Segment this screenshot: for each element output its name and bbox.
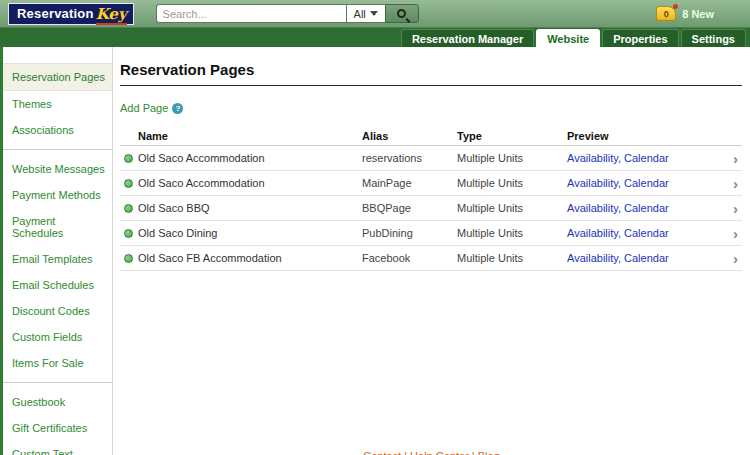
sidebar-item-themes[interactable]: Themes — [3, 91, 112, 117]
active-status-icon — [124, 154, 133, 163]
sidebar-item-guestbook[interactable]: Guestbook — [3, 389, 112, 415]
add-page-link[interactable]: Add Page — [120, 102, 168, 114]
main-panel: Reservation Pages Add Page ? Name Alias … — [113, 47, 750, 455]
table-row[interactable]: Old Saco Accommodation MainPage Multiple… — [120, 171, 742, 196]
logo-text-reservation: Reservation — [17, 6, 94, 21]
footer-links[interactable]: Contact | Help Center | Blog — [363, 450, 500, 455]
column-header-preview: Preview — [567, 130, 720, 142]
chevron-right-icon[interactable]: › — [720, 226, 742, 241]
table-row[interactable]: Old Saco Dining PubDining Multiple Units… — [120, 221, 742, 246]
page-alias: Facebook — [362, 252, 457, 264]
page-alias: PubDining — [362, 227, 457, 239]
sidebar-item-custom-text[interactable]: Custom Text — [3, 441, 112, 455]
page-name: Old Saco Dining — [138, 227, 362, 239]
preview-links[interactable]: Availability, Calendar — [567, 227, 720, 239]
preview-links[interactable]: Availability, Calendar — [567, 202, 720, 214]
content-area: Reservation Pages Themes Associations We… — [0, 47, 750, 455]
search-group: All — [156, 4, 419, 23]
active-status-icon — [124, 254, 133, 263]
main-tab-bar: Reservation Manager Website Properties S… — [0, 28, 750, 47]
title-divider — [120, 85, 742, 86]
table-header-row: Name Alias Type Preview — [120, 126, 742, 146]
active-status-icon — [124, 204, 133, 213]
chevron-right-icon[interactable]: › — [720, 201, 742, 216]
status-dot-cell — [120, 229, 138, 238]
page-type: Multiple Units — [457, 152, 567, 164]
chevron-right-icon[interactable]: › — [720, 251, 742, 266]
logo-text-key: Key — [96, 5, 127, 25]
page-type: Multiple Units — [457, 202, 567, 214]
sidebar-item-custom-fields[interactable]: Custom Fields — [3, 324, 112, 350]
sidebar-item-website-messages[interactable]: Website Messages — [3, 156, 112, 182]
page-name: Old Saco BBQ — [138, 202, 362, 214]
page-type: Multiple Units — [457, 227, 567, 239]
column-header-name: Name — [138, 130, 362, 142]
sidebar-divider — [3, 149, 112, 150]
active-status-icon — [124, 229, 133, 238]
add-page-row: Add Page ? — [120, 102, 742, 114]
page-name: Old Saco Accommodation — [138, 152, 362, 164]
status-dot-cell — [120, 254, 138, 263]
search-icon — [397, 9, 406, 18]
preview-links[interactable]: Availability, Calendar — [567, 152, 720, 164]
topbar-right: 0 8 New — [656, 6, 742, 21]
chevron-down-icon — [370, 11, 378, 16]
page-name: Old Saco FB Accommodation — [138, 252, 362, 264]
preview-links[interactable]: Availability, Calendar — [567, 177, 720, 189]
table-row[interactable]: Old Saco Accommodation reservations Mult… — [120, 146, 742, 171]
sidebar-item-payment-methods[interactable]: Payment Methods — [3, 182, 112, 208]
tab-properties[interactable]: Properties — [602, 29, 678, 47]
search-input[interactable] — [156, 4, 346, 23]
page-alias: reservations — [362, 152, 457, 164]
column-header-type: Type — [457, 130, 567, 142]
column-header-alias: Alias — [362, 130, 457, 142]
new-items-link[interactable]: 8 New — [682, 8, 714, 20]
chevron-right-icon[interactable]: › — [720, 176, 742, 191]
sidebar: Reservation Pages Themes Associations We… — [0, 47, 113, 455]
sidebar-item-discount-codes[interactable]: Discount Codes — [3, 298, 112, 324]
tab-website[interactable]: Website — [536, 29, 600, 47]
page-type: Multiple Units — [457, 252, 567, 264]
sidebar-item-items-for-sale[interactable]: Items For Sale — [3, 350, 112, 376]
sidebar-item-email-templates[interactable]: Email Templates — [3, 246, 112, 272]
sidebar-divider — [3, 382, 112, 383]
page-alias: BBQPage — [362, 202, 457, 214]
help-icon[interactable]: ? — [172, 103, 183, 114]
page-alias: MainPage — [362, 177, 457, 189]
status-dot-cell — [120, 154, 138, 163]
sidebar-item-associations[interactable]: Associations — [3, 117, 112, 143]
sidebar-item-payment-schedules[interactable]: Payment Schedules — [3, 208, 112, 246]
preview-links[interactable]: Availability, Calendar — [567, 252, 720, 264]
search-button[interactable] — [385, 4, 419, 23]
active-status-icon — [124, 179, 133, 188]
sidebar-item-email-schedules[interactable]: Email Schedules — [3, 272, 112, 298]
table-row[interactable]: Old Saco FB Accommodation Facebook Multi… — [120, 246, 742, 271]
app-logo[interactable]: Reservation Key — [8, 3, 134, 25]
search-scope-label: All — [354, 8, 366, 20]
sidebar-item-reservation-pages[interactable]: Reservation Pages — [3, 63, 112, 91]
page-name: Old Saco Accommodation — [138, 177, 362, 189]
sidebar-item-gift-certificates[interactable]: Gift Certificates — [3, 415, 112, 441]
tab-reservation-manager[interactable]: Reservation Manager — [401, 29, 534, 47]
top-bar: Reservation Key All 0 8 New — [0, 0, 750, 28]
page-title: Reservation Pages — [120, 61, 742, 78]
status-dot-cell — [120, 204, 138, 213]
tab-settings[interactable]: Settings — [681, 29, 746, 47]
status-dot-cell — [120, 179, 138, 188]
search-scope-dropdown[interactable]: All — [346, 4, 385, 23]
page-type: Multiple Units — [457, 177, 567, 189]
chevron-right-icon[interactable]: › — [720, 151, 742, 166]
table-row[interactable]: Old Saco BBQ BBQPage Multiple Units Avai… — [120, 196, 742, 221]
notification-icon[interactable]: 0 — [656, 6, 676, 21]
